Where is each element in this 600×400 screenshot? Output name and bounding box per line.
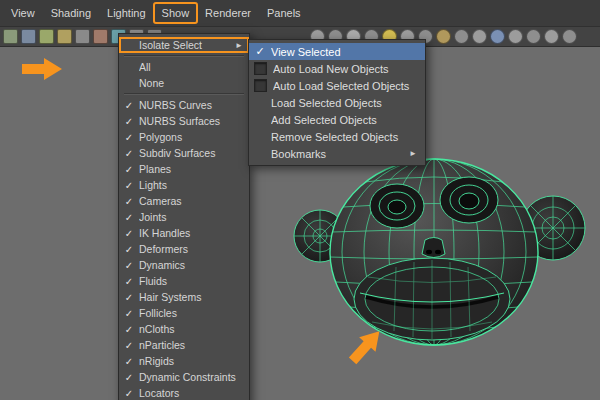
menu-item-label: Cameras — [139, 195, 243, 207]
show-menu: Isolate Select►AllNone✓NURBS Curves✓NURB… — [118, 33, 250, 400]
isolate-submenu-item-add-selected-objects[interactable]: Add Selected Objects — [249, 111, 425, 128]
checkmark-icon: ✓ — [119, 196, 139, 207]
toolbar-icon[interactable] — [39, 29, 54, 44]
show-menu-item-ncloths[interactable]: ✓nCloths — [119, 321, 249, 337]
show-menu-item-nrigids[interactable]: ✓nRigids — [119, 353, 249, 369]
show-menu-item-fluids[interactable]: ✓Fluids — [119, 273, 249, 289]
menu-item-label: Isolate Select — [139, 39, 231, 51]
menu-item-label: nCloths — [139, 323, 243, 335]
monkey-head-model[interactable] — [294, 159, 585, 345]
checkmark-icon: ✓ — [119, 164, 139, 175]
menu-item-label: Locators — [139, 387, 243, 399]
show-menu-item-dynamics[interactable]: ✓Dynamics — [119, 257, 249, 273]
isolate-submenu-item-remove-selected-objects[interactable]: Remove Selected Objects — [249, 128, 425, 145]
checkmark-icon: ✓ — [119, 100, 139, 111]
isolate-submenu-item-bookmarks[interactable]: Bookmarks► — [249, 145, 425, 162]
menu-item-label: Polygons — [139, 131, 243, 143]
menu-item-label: Bookmarks — [271, 148, 405, 160]
checkmark-icon: ✓ — [119, 308, 139, 319]
isolate-submenu-item-load-selected-objects[interactable]: Load Selected Objects — [249, 94, 425, 111]
toolbar-icon[interactable] — [544, 29, 559, 44]
show-menu-item-cameras[interactable]: ✓Cameras — [119, 193, 249, 209]
menu-item-label: Auto Load New Objects — [273, 63, 417, 75]
menu-item-show[interactable]: Show — [154, 3, 198, 23]
checkmark-icon: ✓ — [119, 292, 139, 303]
toolbar-icon[interactable] — [490, 29, 505, 44]
menu-separator — [124, 55, 244, 57]
checkmark-icon: ✓ — [119, 372, 139, 383]
menu-separator — [124, 93, 244, 95]
checkmark-icon: ✓ — [119, 340, 139, 351]
menu-item-panels[interactable]: Panels — [259, 3, 309, 23]
menu-item-shading[interactable]: Shading — [43, 3, 99, 23]
monkey-nose — [422, 238, 445, 258]
toolbar-icon[interactable] — [472, 29, 487, 44]
show-menu-item-none[interactable]: None — [119, 75, 249, 91]
show-menu-item-deformers[interactable]: ✓Deformers — [119, 241, 249, 257]
show-menu-item-ik-handles[interactable]: ✓IK Handles — [119, 225, 249, 241]
maya-window: ViewShadingLightingShowRendererPanels Is… — [0, 0, 600, 400]
checkmark-icon: ✓ — [119, 260, 139, 271]
show-menu-item-follicles[interactable]: ✓Follicles — [119, 305, 249, 321]
toolbar-icon[interactable] — [454, 29, 469, 44]
menu-item-label: View Selected — [271, 46, 417, 58]
toolbar-icon[interactable] — [57, 29, 72, 44]
isolate-submenu-item-view-selected[interactable]: ✓View Selected — [249, 43, 425, 60]
toolbar-icon[interactable] — [562, 29, 577, 44]
menu-item-label: Planes — [139, 163, 243, 175]
menu-item-label: NURBS Surfaces — [139, 115, 243, 127]
show-menu-item-all[interactable]: All — [119, 59, 249, 75]
toolbar-icon[interactable] — [526, 29, 541, 44]
menu-item-label: All — [139, 61, 243, 73]
show-menu-item-hair-systems[interactable]: ✓Hair Systems — [119, 289, 249, 305]
show-menu-item-polygons[interactable]: ✓Polygons — [119, 129, 249, 145]
menu-item-label: Hair Systems — [139, 291, 243, 303]
menu-item-lighting[interactable]: Lighting — [99, 3, 154, 23]
checkbox-empty-icon — [254, 62, 267, 75]
menu-item-renderer[interactable]: Renderer — [197, 3, 259, 23]
show-menu-item-isolate-select[interactable]: Isolate Select► — [119, 37, 249, 53]
show-menu-item-dynamic-constraints[interactable]: ✓Dynamic Constraints — [119, 369, 249, 385]
menu-item-label: Remove Selected Objects — [271, 131, 417, 143]
toolbar-icon[interactable] — [3, 29, 18, 44]
menu-item-label: Add Selected Objects — [271, 114, 417, 126]
show-menu-item-joints[interactable]: ✓Joints — [119, 209, 249, 225]
show-menu-item-nurbs-curves[interactable]: ✓NURBS Curves — [119, 97, 249, 113]
checkmark-icon: ✓ — [119, 180, 139, 191]
submenu-arrow-icon: ► — [231, 41, 243, 50]
menu-item-label: Dynamics — [139, 259, 243, 271]
toolbar-icon[interactable] — [93, 29, 108, 44]
menu-item-label: Joints — [139, 211, 243, 223]
menu-item-view[interactable]: View — [3, 3, 43, 23]
show-menu-item-subdiv-surfaces[interactable]: ✓Subdiv Surfaces — [119, 145, 249, 161]
show-menu-item-nurbs-surfaces[interactable]: ✓NURBS Surfaces — [119, 113, 249, 129]
checkmark-icon: ✓ — [119, 148, 139, 159]
checkmark-icon: ✓ — [119, 356, 139, 367]
menu-item-label: IK Handles — [139, 227, 243, 239]
show-menu-item-locators[interactable]: ✓Locators — [119, 385, 249, 400]
toolbar-icon[interactable] — [508, 29, 523, 44]
checkbox-empty-icon — [254, 79, 267, 92]
menu-item-label: Subdiv Surfaces — [139, 147, 243, 159]
annotation-arrow-model — [342, 322, 390, 370]
checkmark-icon: ✓ — [119, 276, 139, 287]
menu-item-label: Dynamic Constraints — [139, 371, 243, 383]
show-menu-item-planes[interactable]: ✓Planes — [119, 161, 249, 177]
show-menu-item-nparticles[interactable]: ✓nParticles — [119, 337, 249, 353]
toolbar-icon[interactable] — [75, 29, 90, 44]
checkmark-icon: ✓ — [119, 132, 139, 143]
menu-item-label: nParticles — [139, 339, 243, 351]
menu-bar: ViewShadingLightingShowRendererPanels — [0, 0, 600, 27]
menu-item-label: Load Selected Objects — [271, 97, 417, 109]
show-menu-item-lights[interactable]: ✓Lights — [119, 177, 249, 193]
checkmark-icon: ✓ — [119, 244, 139, 255]
isolate-submenu-item-auto-load-selected-objects[interactable]: Auto Load Selected Objects — [249, 77, 425, 94]
menu-item-label: Lights — [139, 179, 243, 191]
menu-item-label: Fluids — [139, 275, 243, 287]
toolbar-icon[interactable] — [21, 29, 36, 44]
toolbar-icon[interactable] — [436, 29, 451, 44]
checkmark-icon: ✓ — [119, 116, 139, 127]
checkmark-icon: ✓ — [249, 45, 271, 58]
isolate-submenu-item-auto-load-new-objects[interactable]: Auto Load New Objects — [249, 60, 425, 77]
menu-item-label: nRigids — [139, 355, 243, 367]
